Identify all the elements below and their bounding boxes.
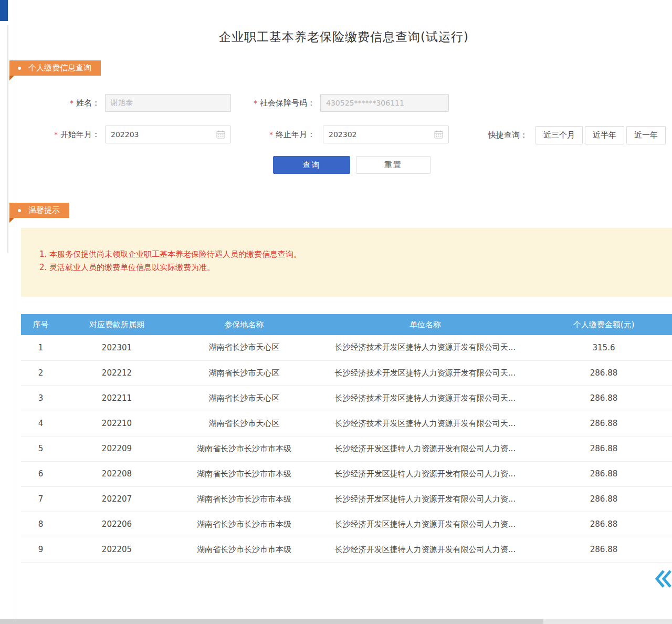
sidebar-accent [0, 0, 8, 21]
table-row: 8202206湖南省长沙市长沙市市本级长沙经济开发区捷特人力资源开发有限公司人力… [21, 512, 672, 537]
table-cell-2: 湖南省长沙市天心区 [173, 335, 315, 360]
table-cell-3: 长沙经济技术开发区捷特人力资源开发有限公司天... [315, 360, 536, 386]
table-cell-2: 湖南省长沙市天心区 [173, 360, 315, 386]
table-cell-4: 286.88 [536, 436, 672, 461]
table-cell-1: 202301 [60, 335, 173, 360]
table-cell-4: 286.88 [536, 360, 672, 386]
panel-divider [7, 25, 8, 253]
bullet-icon [18, 67, 21, 70]
table-cell-4: 286.88 [536, 512, 672, 537]
column-header-1: 对应费款所属期 [60, 314, 173, 335]
table-cell-4: 286.88 [536, 386, 672, 411]
table-row: 5202209湖南省长沙市长沙市市本级长沙经济开发区捷特人力资源开发有限公司人力… [21, 436, 672, 461]
table-cell-3: 长沙经济技术开发区捷特人力资源开发有限公司天... [315, 386, 536, 411]
table-cell-0: 9 [21, 537, 60, 562]
table-cell-2: 湖南省长沙市长沙市市本级 [173, 486, 315, 512]
ssn-label: *社会保障号码： [231, 98, 315, 108]
table-cell-3: 长沙经济开发区捷特人力资源开发有限公司人力资... [315, 461, 536, 486]
table-cell-4: 286.88 [536, 461, 672, 486]
table-cell-1: 202205 [60, 537, 173, 562]
table-cell-0: 7 [21, 486, 60, 512]
quick-option-2[interactable]: 近一年 [626, 126, 666, 144]
table-cell-1: 202211 [60, 386, 173, 411]
table-cell-0: 8 [21, 512, 60, 537]
bottom-edge-strip-light [543, 619, 672, 624]
table-row: 3202211湖南省长沙市天心区长沙经济技术开发区捷特人力资源开发有限公司天..… [21, 386, 672, 411]
reset-button[interactable]: 重置 [356, 156, 430, 174]
quick-option-1[interactable]: 近半年 [585, 126, 624, 144]
table-row: 7202207湖南省长沙市长沙市市本级长沙经济开发区捷特人力资源开发有限公司人力… [21, 486, 672, 512]
table-cell-0: 1 [21, 335, 60, 360]
end-date-value: 202302 [329, 130, 356, 139]
section-badge-label: 个人缴费信息查询 [28, 60, 91, 76]
query-button[interactable]: 查询 [273, 156, 350, 174]
table-cell-4: 315.6 [536, 335, 672, 360]
calendar-icon[interactable] [216, 130, 225, 139]
table-cell-3: 长沙经济开发区捷特人力资源开发有限公司人力资... [315, 512, 536, 537]
table-cell-2: 湖南省长沙市长沙市市本级 [173, 461, 315, 486]
results-table: 序号对应费款所属期参保地名称单位名称个人缴费金额(元) 1202301湖南省长沙… [21, 314, 672, 563]
table-cell-2: 湖南省长沙市天心区 [173, 386, 315, 411]
collapse-double-chevron-icon[interactable] [654, 568, 672, 589]
table-cell-2: 湖南省长沙市天心区 [173, 411, 315, 436]
table-cell-0: 6 [21, 461, 60, 486]
table-cell-2: 湖南省长沙市长沙市市本级 [173, 436, 315, 461]
section-badge-tips: 温馨提示 [9, 203, 69, 218]
bullet-icon [18, 209, 21, 212]
quick-option-0[interactable]: 近三个月 [536, 126, 583, 144]
required-marker: * [254, 99, 257, 107]
results-table-wrap: 序号对应费款所属期参保地名称单位名称个人缴费金额(元) 1202301湖南省长沙… [21, 314, 672, 563]
section-badge-personal-query: 个人缴费信息查询 [9, 60, 101, 76]
table-cell-1: 202208 [60, 461, 173, 486]
name-field: 谢旭泰 [105, 94, 231, 112]
table-row: 1202301湖南省长沙市天心区长沙经济技术开发区捷特人力资源开发有限公司天..… [21, 335, 672, 360]
ssn-value: 430525******306111 [326, 99, 404, 107]
quick-query-group: 近三个月近半年近一年 [536, 126, 666, 144]
column-header-4: 个人缴费金额(元) [536, 314, 672, 335]
table-cell-3: 长沙经济技术开发区捷特人力资源开发有限公司天... [315, 411, 536, 436]
calendar-icon[interactable] [434, 130, 443, 139]
page: 企业职工基本养老保险缴费信息查询(试运行) 个人缴费信息查询 *姓名： 谢旭泰 … [0, 0, 672, 624]
table-cell-3: 长沙经济开发区捷特人力资源开发有限公司人力资... [315, 537, 536, 562]
table-cell-1: 202207 [60, 486, 173, 512]
table-row: 6202208湖南省长沙市长沙市市本级长沙经济开发区捷特人力资源开发有限公司人力… [21, 461, 672, 486]
ssn-field: 430525******306111 [320, 94, 449, 112]
table-cell-0: 4 [21, 411, 60, 436]
table-cell-2: 湖南省长沙市长沙市市本级 [173, 512, 315, 537]
table-row: 4202210湖南省长沙市天心区长沙经济技术开发区捷特人力资源开发有限公司天..… [21, 411, 672, 436]
table-cell-0: 5 [21, 436, 60, 461]
bottom-edge-strip [0, 619, 543, 624]
section-badge-label: 温馨提示 [28, 203, 60, 218]
column-header-2: 参保地名称 [173, 314, 315, 335]
column-header-0: 序号 [21, 314, 60, 335]
page-title: 企业职工基本养老保险缴费信息查询(试运行) [16, 29, 672, 45]
table-cell-3: 长沙经济开发区捷特人力资源开发有限公司人力资... [315, 436, 536, 461]
table-cell-1: 202206 [60, 512, 173, 537]
required-marker: * [54, 130, 58, 139]
notice-box: 1. 本服务仅提供尚未领取企业职工基本养老保险待遇人员的缴费信息查询。2. 灵活… [21, 228, 672, 297]
table-row: 9202205湖南省长沙市长沙市市本级长沙经济开发区捷特人力资源开发有限公司人力… [21, 537, 672, 562]
end-date-input[interactable]: 202302 [323, 126, 449, 143]
table-cell-2: 湖南省长沙市长沙市市本级 [173, 537, 315, 562]
required-marker: * [70, 99, 74, 107]
table-cell-3: 长沙经济开发区捷特人力资源开发有限公司人力资... [315, 486, 536, 512]
start-date-input[interactable]: 202203 [105, 126, 231, 143]
table-cell-1: 202209 [60, 436, 173, 461]
notice-line: 2. 灵活就业人员的缴费单位信息以实际缴费为准。 [39, 261, 656, 274]
table-cell-0: 3 [21, 386, 60, 411]
table-header-row: 序号对应费款所属期参保地名称单位名称个人缴费金额(元) [21, 314, 672, 335]
start-date-label: *开始年月： [32, 130, 100, 140]
table-cell-0: 2 [21, 360, 60, 386]
table-cell-1: 202210 [60, 411, 173, 436]
name-label: *姓名： [32, 98, 100, 108]
notice-lines: 1. 本服务仅提供尚未领取企业职工基本养老保险待遇人员的缴费信息查询。2. 灵活… [39, 248, 656, 274]
table-cell-4: 286.88 [536, 486, 672, 512]
notice-line: 1. 本服务仅提供尚未领取企业职工基本养老保险待遇人员的缴费信息查询。 [39, 248, 656, 261]
end-date-label: *终止年月： [231, 130, 315, 140]
content-panel-edge [16, 0, 16, 619]
table-row: 2202212湖南省长沙市天心区长沙经济技术开发区捷特人力资源开发有限公司天..… [21, 360, 672, 386]
name-value: 谢旭泰 [111, 98, 133, 108]
table-cell-4: 286.88 [536, 537, 672, 562]
column-header-3: 单位名称 [315, 314, 536, 335]
start-date-value: 202203 [111, 130, 139, 139]
